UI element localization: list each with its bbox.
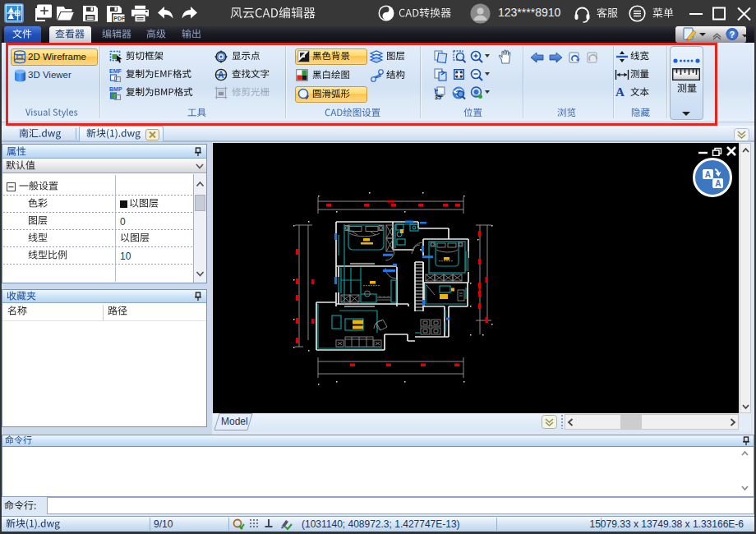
svg-text:?: ? (730, 30, 735, 39)
svg-text:PDF: PDF (113, 16, 125, 21)
